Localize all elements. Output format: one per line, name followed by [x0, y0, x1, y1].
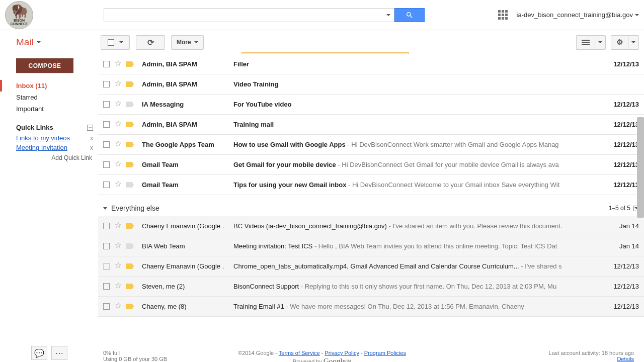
message-row[interactable]: The Google Apps TeamHow to use Gmail wit…: [98, 135, 644, 155]
sender: Gmail Team: [142, 161, 233, 168]
importance-marker[interactable]: [126, 284, 134, 289]
refresh-icon: ⟳: [147, 38, 154, 47]
star-icon[interactable]: [115, 242, 122, 250]
apps-launcher-icon[interactable]: [498, 10, 508, 20]
mail-switcher[interactable]: Mail: [5, 37, 101, 48]
remove-icon[interactable]: x: [90, 144, 93, 151]
message-row[interactable]: Gmail TeamGet Gmail for your mobile devi…: [98, 155, 644, 175]
checkbox[interactable]: [103, 283, 110, 290]
toolbar: Mail ⟳ More The conversation has been ma…: [0, 30, 644, 54]
section-everything-else[interactable]: Everything else 1–5 of 5: [98, 195, 644, 216]
message-row[interactable]: Chaeny, me (8)Training Email #1 - We hav…: [98, 297, 644, 317]
checkbox[interactable]: [103, 121, 110, 128]
message-date: Jan 14: [603, 222, 639, 230]
star-icon[interactable]: [115, 180, 122, 189]
importance-marker[interactable]: [126, 102, 134, 107]
message-row[interactable]: IA MessagingFor YouTube video12/12/13: [98, 95, 644, 115]
caret-down-icon: [194, 41, 198, 43]
checkbox[interactable]: [103, 182, 110, 188]
message-row[interactable]: Chaeny Emanavin (Google .Chrome_open_tab…: [98, 256, 644, 277]
hangouts-button[interactable]: 💬: [31, 346, 47, 360]
refresh-button[interactable]: ⟳: [136, 35, 165, 50]
importance-marker[interactable]: [126, 263, 134, 269]
importance-marker[interactable]: [126, 61, 134, 67]
message-row[interactable]: BIA Web TeamMeeting invitation: Test ICS…: [98, 236, 644, 256]
terms-link[interactable]: Terms of Service: [279, 350, 320, 356]
star-icon[interactable]: [115, 262, 122, 270]
checkbox[interactable]: [103, 223, 110, 229]
checkbox[interactable]: [103, 303, 110, 310]
search-options-dropdown[interactable]: [383, 9, 394, 22]
message-date: 12/12/13: [603, 262, 639, 270]
settings-dropdown[interactable]: [628, 35, 639, 50]
checkbox[interactable]: [103, 81, 110, 87]
checkbox[interactable]: [103, 141, 110, 148]
sidebar-item[interactable]: Starred: [16, 92, 98, 103]
more-apps-button[interactable]: ⋯: [51, 346, 67, 360]
message-date: 12/12/13: [603, 101, 639, 108]
message-row[interactable]: Chaeny Emanavin (Google .BC Videos (ia-d…: [98, 216, 644, 236]
more-button[interactable]: More: [171, 35, 204, 50]
star-icon[interactable]: [115, 100, 122, 109]
collapse-icon[interactable]: −: [87, 125, 93, 131]
importance-marker[interactable]: [126, 142, 134, 147]
checkbox[interactable]: [103, 161, 110, 168]
scrollbar[interactable]: [637, 54, 644, 321]
logo-bison-connect[interactable]: 🦬 BISON CONNECT: [5, 1, 33, 29]
importance-marker[interactable]: [126, 223, 134, 229]
importance-marker[interactable]: [126, 304, 134, 309]
search-box: [104, 8, 394, 22]
storage-detail: Using 0 GB of your 30 GB: [103, 356, 167, 362]
account-menu[interactable]: ia-dev_bison_connect_training@bia.gov: [517, 11, 639, 19]
main-area: COMPOSE Inbox (11)StarredImportant Quick…: [0, 54, 644, 347]
message-row[interactable]: Gmail TeamTips for using your new Gmail …: [98, 175, 644, 195]
sender: Gmail Team: [142, 181, 233, 189]
message-row[interactable]: Admin, BIA SPAMFiller12/12/13: [98, 54, 644, 74]
display-density-dropdown[interactable]: [595, 35, 606, 50]
message-row[interactable]: Admin, BIA SPAMTraining mail12/12/13: [98, 115, 644, 135]
star-icon[interactable]: [115, 140, 122, 149]
checkbox[interactable]: [103, 243, 110, 249]
subject-line: BisonConnect Support - Replying to this …: [233, 283, 603, 290]
message-row[interactable]: Admin, BIA SPAMVideo Training: [98, 74, 644, 95]
importance-marker[interactable]: [126, 162, 134, 167]
details-link[interactable]: Details: [617, 356, 634, 362]
star-icon[interactable]: [115, 222, 122, 230]
quick-link[interactable]: Links to my videos: [16, 134, 70, 142]
bottom-chat-bar: 💬 ⋯: [31, 346, 67, 360]
star-icon[interactable]: [115, 302, 122, 311]
settings-button[interactable]: ⚙: [611, 35, 628, 50]
checkbox[interactable]: [103, 101, 110, 108]
importance-marker[interactable]: [126, 122, 134, 127]
message-list: Admin, BIA SPAMFiller12/12/13Admin, BIA …: [98, 54, 644, 347]
search-container: [104, 8, 425, 22]
quick-links-list: Links to my videosxMeeting Invitationx: [0, 133, 98, 152]
quick-link[interactable]: Meeting Invitation: [16, 144, 67, 151]
star-icon[interactable]: [115, 120, 122, 129]
checkbox[interactable]: [103, 263, 110, 269]
sidebar-item[interactable]: Important: [16, 103, 98, 115]
remove-icon[interactable]: x: [90, 135, 93, 142]
privacy-link[interactable]: Privacy Policy: [325, 350, 359, 356]
sidebar: COMPOSE Inbox (11)StarredImportant Quick…: [0, 54, 98, 347]
add-quick-link[interactable]: Add Quick Link: [0, 152, 98, 163]
display-density-button[interactable]: [576, 35, 595, 50]
star-icon[interactable]: [115, 80, 122, 88]
sidebar-item[interactable]: Inbox (11): [0, 80, 98, 92]
compose-button[interactable]: COMPOSE: [16, 58, 73, 73]
star-icon[interactable]: [115, 60, 122, 68]
importance-marker[interactable]: [126, 182, 134, 188]
scrollbar-thumb[interactable]: [637, 117, 644, 218]
message-row[interactable]: Steven, me (2)BisonConnect Support - Rep…: [98, 277, 644, 297]
select-all-button[interactable]: [101, 35, 130, 50]
sender: Steven, me (2): [142, 283, 233, 290]
star-icon[interactable]: [115, 282, 122, 291]
importance-marker[interactable]: [126, 243, 134, 249]
star-icon[interactable]: [115, 160, 122, 169]
search-button[interactable]: [394, 8, 425, 22]
checkbox[interactable]: [103, 61, 110, 67]
search-input[interactable]: [104, 9, 383, 22]
program-link[interactable]: Program Policies: [364, 350, 406, 356]
importance-marker[interactable]: [126, 81, 134, 87]
caret-down-icon: [598, 41, 602, 43]
